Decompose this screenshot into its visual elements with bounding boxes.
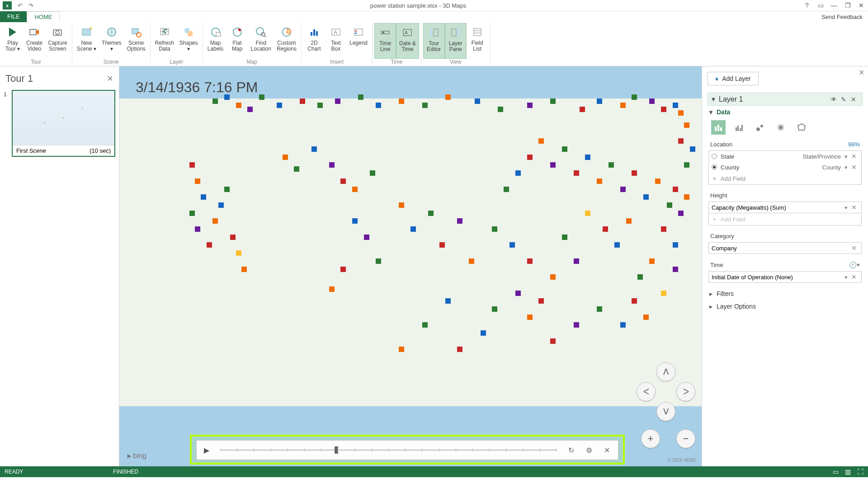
- timeline-loop-button[interactable]: ↻: [565, 446, 578, 455]
- add-location-field-button[interactable]: ＋ Add Field: [709, 173, 861, 184]
- tour-editor-button[interactable]: TourEditor: [423, 23, 445, 59]
- tab-file[interactable]: FILE: [0, 11, 27, 22]
- shapes-button[interactable]: Shapes▾: [177, 23, 201, 59]
- timeline-track[interactable]: [220, 450, 557, 450]
- category-field[interactable]: Company ✕: [708, 242, 862, 254]
- location-field-county[interactable]: County County ▾ ✕: [709, 162, 861, 173]
- map-data-point: [673, 103, 678, 108]
- map-data-point: [509, 242, 515, 248]
- filters-section-header[interactable]: Filters: [708, 287, 863, 300]
- display-options-button[interactable]: ▭: [814, 2, 827, 9]
- svg-point-48: [756, 127, 760, 131]
- map-data-point: [241, 267, 247, 272]
- chevron-down-icon[interactable]: ▾: [843, 153, 849, 160]
- viz-clustered-column-button[interactable]: [732, 120, 746, 135]
- remove-field-button[interactable]: ✕: [849, 273, 859, 281]
- capture-screen-button[interactable]: CaptureScreen: [45, 23, 70, 59]
- location-field-state[interactable]: State State/Province ▾ ✕: [709, 151, 861, 162]
- collapse-layer-icon[interactable]: ▾: [712, 95, 715, 103]
- flat-map-button[interactable]: FlatMap: [226, 23, 248, 59]
- map-data-point: [352, 218, 358, 224]
- minimize-button[interactable]: —: [827, 2, 841, 9]
- scene-options-button[interactable]: SceneOptions: [124, 23, 148, 59]
- viz-heatmap-button[interactable]: [774, 120, 788, 135]
- location-confidence[interactable]: 98%: [848, 141, 860, 148]
- map-labels-button[interactable]: MapLabels: [205, 23, 226, 59]
- map-data-point: [224, 187, 230, 192]
- svg-rect-37: [457, 29, 460, 36]
- play-tour-button[interactable]: PlayTour ▾: [2, 23, 24, 59]
- status-view-3-button[interactable]: ⛶: [857, 468, 863, 475]
- chevron-down-icon[interactable]: ▾: [843, 164, 849, 171]
- remove-field-button[interactable]: ✕: [849, 164, 859, 171]
- scene-card[interactable]: First Scene (10 sec): [12, 90, 115, 157]
- tab-home[interactable]: HOME: [27, 11, 60, 22]
- custom-regions-button[interactable]: CustomRegions: [274, 23, 299, 59]
- data-section-header[interactable]: Data: [708, 106, 863, 118]
- layer-options-section-header[interactable]: Layer Options: [708, 300, 863, 313]
- viz-bubble-button[interactable]: [753, 120, 767, 135]
- redo-button[interactable]: ↷: [25, 2, 36, 9]
- status-finished: FINISHED: [113, 469, 138, 475]
- timeline-play-button[interactable]: ▶: [201, 446, 212, 455]
- bar-chart-icon: [307, 25, 321, 39]
- tilt-down-button[interactable]: ᐯ: [656, 402, 675, 421]
- map-canvas[interactable]: 3/14/1936 7:16 PM ▸bing © 2016 HERE ᐱ ᐯ …: [119, 66, 702, 466]
- time-field[interactable]: Initial Date of Operation (None) ▾ ✕: [708, 271, 862, 283]
- create-video-button[interactable]: CreateVideo: [24, 23, 45, 59]
- 2d-chart-button[interactable]: 2DChart: [303, 23, 325, 59]
- status-view-1-button[interactable]: ▭: [833, 468, 839, 475]
- map-data-point: [597, 178, 602, 184]
- help-button[interactable]: ?: [800, 2, 814, 9]
- zoom-out-button[interactable]: −: [676, 429, 695, 448]
- timeline-close-button[interactable]: ✕: [600, 446, 613, 455]
- scene-thumbnail: [13, 91, 114, 145]
- restore-button[interactable]: ❐: [841, 2, 854, 9]
- refresh-data-button[interactable]: RefreshData: [152, 23, 177, 59]
- rotate-right-button[interactable]: ᐳ: [676, 382, 695, 401]
- close-window-button[interactable]: ✕: [854, 2, 868, 9]
- layer-header[interactable]: ▾ Layer 1 👁 ✎ ✕: [708, 93, 863, 106]
- tilt-up-button[interactable]: ᐱ: [656, 362, 675, 381]
- layer-pane-close-button[interactable]: ✕: [859, 68, 864, 77]
- plus-icon: ＋: [712, 174, 718, 183]
- status-bar: READY FINISHED ▭ ▥ ⛶: [0, 466, 868, 477]
- map-data-point: [678, 211, 684, 216]
- chevron-down-icon[interactable]: ▾: [843, 204, 849, 211]
- remove-field-button[interactable]: ✕: [849, 204, 859, 211]
- layer-visibility-icon[interactable]: 👁: [829, 96, 839, 103]
- viz-stacked-column-button[interactable]: [711, 120, 726, 135]
- legend-button[interactable]: Legend: [347, 23, 370, 59]
- tour-panel-close-button[interactable]: ✕: [107, 74, 113, 84]
- text-box-button[interactable]: ATextBox: [325, 23, 347, 59]
- status-view-2-button[interactable]: ▥: [845, 468, 851, 475]
- viz-region-button[interactable]: [794, 120, 809, 135]
- map-data-point: [422, 103, 428, 108]
- field-list-button[interactable]: FieldList: [467, 23, 488, 59]
- layer-pane-icon: [448, 25, 463, 40]
- chevron-down-icon[interactable]: ▾: [843, 274, 849, 281]
- themes-button[interactable]: Themes▾: [99, 23, 124, 59]
- remove-field-button[interactable]: ✕: [849, 244, 859, 252]
- rotate-left-button[interactable]: ᐸ: [637, 382, 656, 401]
- undo-button[interactable]: ↶: [14, 2, 25, 9]
- map-data-point: [574, 258, 579, 264]
- timeline-settings-button[interactable]: ⚙: [582, 446, 596, 455]
- find-location-button[interactable]: FindLocation: [248, 23, 274, 59]
- layer-pane-button[interactable]: LayerPane: [445, 23, 467, 59]
- add-height-field-button[interactable]: ＋ Add Field: [709, 213, 861, 225]
- height-field[interactable]: Capacity (Megawatts) (Sum) ▾ ✕: [708, 202, 862, 213]
- clock-icon[interactable]: 🕘▾: [849, 261, 860, 268]
- zoom-in-button[interactable]: +: [641, 429, 660, 448]
- radio-icon[interactable]: [712, 164, 717, 170]
- date-time-button[interactable]: ADate &Time: [396, 23, 419, 59]
- remove-field-button[interactable]: ✕: [849, 153, 859, 160]
- map-data-point: [649, 99, 655, 104]
- location-label: Location: [710, 141, 732, 148]
- add-layer-button[interactable]: ♦ Add Layer: [708, 72, 759, 85]
- new-scene-button[interactable]: ✦NewScene ▾: [74, 23, 99, 59]
- timeline-button[interactable]: TimeLine: [374, 23, 396, 59]
- layer-delete-icon[interactable]: ✕: [849, 96, 859, 103]
- radio-icon[interactable]: [712, 154, 717, 159]
- layer-rename-icon[interactable]: ✎: [839, 96, 849, 103]
